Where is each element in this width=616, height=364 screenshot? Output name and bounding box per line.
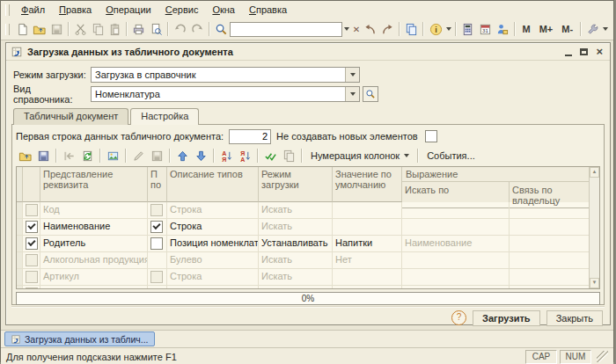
use-flag-cell[interactable] xyxy=(23,286,40,289)
row-checkbox[interactable] xyxy=(26,237,38,250)
first-row-input[interactable] xyxy=(229,129,271,144)
load-mode-cell[interactable]: Искать xyxy=(259,269,333,285)
table-row[interactable]: РодительПозиция номенклатурыУстанавливат… xyxy=(17,236,589,252)
search-by-cell[interactable] xyxy=(402,286,510,289)
save-icon[interactable] xyxy=(48,19,65,39)
table-row[interactable]: НаименованиеСтрокаИскать xyxy=(17,219,589,236)
clear-settings-icon[interactable] xyxy=(60,147,78,165)
events-button[interactable]: События... xyxy=(422,148,480,164)
search-flag-cell[interactable] xyxy=(148,219,167,235)
default-value-cell[interactable] xyxy=(333,286,402,289)
menu-service[interactable]: Сервис xyxy=(158,3,206,17)
default-value-cell[interactable] xyxy=(333,269,402,285)
menu-windows[interactable]: Окна xyxy=(205,3,242,17)
calendar-icon[interactable] xyxy=(477,19,494,39)
dialog-titlebar[interactable]: Загрузка данных из табличного документа … xyxy=(6,43,610,61)
menu-file[interactable]: Файл xyxy=(14,3,52,17)
load-mode-cell[interactable]: Искать xyxy=(259,202,333,218)
search-by-cell[interactable] xyxy=(402,269,510,285)
move-up-icon[interactable] xyxy=(173,147,192,165)
tab-tabular-document[interactable]: Табличный документ xyxy=(13,108,128,125)
attribute-name-cell[interactable]: Алкогольная продукция xyxy=(40,252,148,268)
copy-marks-icon[interactable] xyxy=(280,147,298,165)
column-numbering-button[interactable]: Нумерация колонок xyxy=(305,148,414,164)
owner-link-cell[interactable] xyxy=(510,236,589,251)
close-button[interactable]: Закрыть xyxy=(546,310,603,326)
info-icon[interactable] xyxy=(427,19,444,39)
attribute-name-cell[interactable]: Артикул xyxy=(40,269,148,285)
attribute-name-cell[interactable]: Вес (нетто) xyxy=(40,286,148,289)
table-row[interactable]: Вес (нетто)ЧислоИскать xyxy=(17,286,589,289)
settings-dropdown-icon[interactable] xyxy=(601,21,610,37)
calculator-icon[interactable] xyxy=(459,19,476,39)
default-value-cell[interactable]: Напитки xyxy=(333,236,402,251)
edit-icon[interactable] xyxy=(129,147,148,165)
find-icon[interactable] xyxy=(213,19,230,39)
table-row[interactable]: АртикулСтрокаИскать xyxy=(17,269,589,286)
memory-m-button[interactable]: M xyxy=(518,21,535,37)
load-mode-combobox[interactable]: Загрузка в справочник xyxy=(91,67,360,83)
search-by-cell[interactable] xyxy=(402,202,510,218)
move-down-icon[interactable] xyxy=(192,147,210,165)
sort-asc-icon[interactable] xyxy=(217,147,236,165)
scroll-up-icon[interactable]: ▲ xyxy=(590,167,599,178)
search-input[interactable] xyxy=(230,22,342,37)
row-checkbox[interactable] xyxy=(26,271,38,283)
use-flag-cell[interactable] xyxy=(23,202,40,218)
attribute-name-cell[interactable]: Код xyxy=(40,202,148,218)
settings-wrench-icon[interactable] xyxy=(584,19,601,39)
search-by-cell[interactable] xyxy=(402,219,510,235)
header-expression[interactable]: Выражение xyxy=(402,167,589,182)
tab-settings[interactable]: Настройка xyxy=(130,108,199,125)
print-preview-icon[interactable] xyxy=(148,19,165,39)
search-clear-icon[interactable]: ✕ xyxy=(351,21,362,37)
print-icon[interactable] xyxy=(130,19,147,39)
load-button[interactable]: Загрузить xyxy=(473,310,540,326)
header-use[interactable] xyxy=(23,167,40,202)
default-value-cell[interactable] xyxy=(333,219,402,235)
sort-desc-icon[interactable] xyxy=(236,147,254,165)
header-search-flag[interactable]: П по xyxy=(148,167,167,202)
toolbar-grip[interactable] xyxy=(5,24,10,35)
fill-icon[interactable] xyxy=(78,147,97,165)
header-load-mode[interactable]: Режим загрузки xyxy=(259,167,333,202)
save-settings-icon[interactable] xyxy=(34,147,53,165)
check-all-icon[interactable] xyxy=(261,147,280,165)
search-flag-cell[interactable] xyxy=(148,252,167,268)
save-row-icon[interactable] xyxy=(148,147,166,165)
taskbar-item-load-data[interactable]: Загрузка данных из таблич... xyxy=(4,331,155,346)
paste-icon[interactable] xyxy=(106,19,123,39)
type-cell[interactable]: Строка xyxy=(167,202,259,218)
open-icon[interactable] xyxy=(31,19,48,39)
scroll-down-icon[interactable]: ▼ xyxy=(590,278,599,288)
type-cell[interactable]: Строка xyxy=(167,269,259,285)
toolbar-grip[interactable] xyxy=(5,4,10,16)
type-cell[interactable]: Строка xyxy=(167,219,259,235)
header-attribute[interactable]: Представление реквизита xyxy=(40,167,148,202)
menu-edit[interactable]: Правка xyxy=(52,3,99,17)
chevron-down-icon[interactable] xyxy=(345,68,359,82)
default-value-cell[interactable]: Нет xyxy=(333,252,402,268)
search-by-cell[interactable]: Наименование xyxy=(402,236,510,251)
load-mode-cell[interactable]: Искать xyxy=(259,219,333,235)
search-by-cell[interactable] xyxy=(402,252,510,268)
close-icon[interactable]: × xyxy=(596,47,603,56)
copy-icon[interactable] xyxy=(89,19,106,39)
row-checkbox[interactable] xyxy=(150,237,163,250)
menu-operations[interactable]: Операции xyxy=(99,3,158,17)
use-flag-cell[interactable] xyxy=(23,236,40,251)
search-flag-cell[interactable] xyxy=(148,236,167,251)
load-mode-cell[interactable]: Устанавливать xyxy=(259,236,333,251)
search-flag-cell[interactable] xyxy=(148,202,167,218)
resize-grip[interactable] xyxy=(597,351,608,362)
type-cell[interactable]: Позиция номенклатуры xyxy=(167,236,259,251)
row-checkbox[interactable] xyxy=(26,204,38,216)
row-checkbox[interactable] xyxy=(26,221,38,233)
load-mode-cell[interactable]: Искать xyxy=(259,252,333,268)
row-checkbox[interactable] xyxy=(26,288,38,289)
default-value-cell[interactable] xyxy=(333,202,402,218)
help-button[interactable]: ? xyxy=(451,310,466,325)
type-cell[interactable]: Число xyxy=(167,286,259,289)
go-forward-icon[interactable] xyxy=(379,19,396,39)
row-checkbox[interactable] xyxy=(150,271,163,283)
